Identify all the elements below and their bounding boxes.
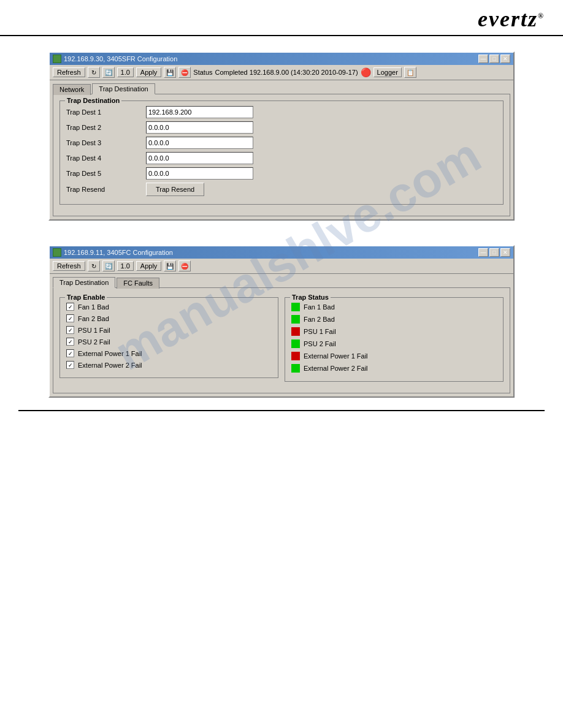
error-icon-1[interactable]: 🔴 [361, 67, 371, 77]
trap-enable-fan2-label: Fan 2 Bad [78, 315, 109, 322]
trap-dest-2-input[interactable] [146, 121, 253, 134]
refresh-button-2[interactable]: Refresh [53, 261, 85, 271]
tab-network[interactable]: Network [53, 84, 91, 95]
window-title-1: 192.168.9.30, 3405SFR Configuration [64, 55, 177, 63]
trap-status-col: Trap Status Fan 1 Bad Fan 2 Bad PSU 1 Fa… [285, 297, 504, 387]
trap-destination-group: Trap Destination Trap Dest 1 Trap Dest 2… [59, 100, 504, 205]
trap-status-ext1-indicator [291, 352, 300, 360]
version-button-2[interactable]: 1.0 [117, 261, 134, 271]
status-value-1: Completed 192.168.9.00 (14:30:20 2010-09… [215, 69, 358, 76]
trap-status-ext2-indicator [291, 364, 300, 373]
trap-dest-4-input[interactable] [146, 152, 253, 164]
trap-enable-title: Trap Enable [65, 294, 107, 301]
close-button-2[interactable]: ✕ [500, 248, 510, 257]
trap-status-psu1-indicator [291, 327, 300, 336]
titlebar-icon-2 [53, 248, 61, 257]
trap-dest-1-label: Trap Dest 1 [66, 108, 146, 116]
minimize-button-1[interactable]: — [478, 55, 488, 63]
tab-content-2: Trap Enable ✓ Fan 1 Bad ✓ Fan 2 Bad ✓ PS… [53, 287, 510, 393]
logo-reg: ® [538, 12, 545, 20]
group-title-trap: Trap Destination [65, 97, 121, 104]
trap-enable-ext2-check[interactable]: ✓ [66, 361, 74, 369]
logo: evertz® [478, 6, 545, 32]
trap-enable-psu2-check[interactable]: ✓ [66, 338, 74, 346]
tab-trap-destination-2[interactable]: Trap Destination [53, 277, 115, 288]
logger-icon-1[interactable]: 📋 [404, 67, 416, 78]
trap-dest-5-label: Trap Dest 5 [66, 170, 146, 177]
trap-enable-ext2-label: External Power 2 Fail [78, 362, 142, 369]
trap-enable-fan1-label: Fan 1 Bad [78, 303, 109, 311]
trap-enable-group: Trap Enable ✓ Fan 1 Bad ✓ Fan 2 Bad ✓ PS… [59, 297, 278, 378]
icon-btn-1a[interactable]: ↻ [88, 67, 100, 78]
trap-status-ext2-label: External Power 2 Fail [304, 365, 368, 372]
trap-enable-ext1-label: External Power 1 Fail [78, 350, 142, 357]
tab-fc-faults[interactable]: FC Faults [117, 278, 159, 289]
trap-enable-fan1-row: ✓ Fan 1 Bad [66, 303, 272, 311]
trap-enable-psu1-row: ✓ PSU 1 Fail [66, 326, 272, 334]
trap-dest-1-input[interactable] [146, 106, 253, 118]
titlebar-1: 192.168.9.30, 3405SFR Configuration — □ … [50, 53, 513, 65]
trap-dest-3-label: Trap Dest 3 [66, 139, 146, 146]
icon-btn-2a[interactable]: ↻ [88, 260, 100, 271]
tabs-row-1: Network Trap Destination [50, 80, 513, 94]
trap-dest-4-row: Trap Dest 4 [66, 152, 497, 164]
trap-dest-3-input[interactable] [146, 137, 253, 149]
trap-enable-ext1-check[interactable]: ✓ [66, 349, 74, 357]
version-button-1[interactable]: 1.0 [117, 67, 134, 77]
trap-dest-3-row: Trap Dest 3 [66, 137, 497, 149]
page-content: manualshlve.com 192.168.9.30, 3405SFR Co… [0, 42, 563, 423]
window-2: 192.168.9.11, 3405FC Configuration — □ ✕… [48, 245, 515, 398]
trap-enable-fan1-check[interactable]: ✓ [66, 303, 74, 311]
apply-button-2[interactable]: Apply [136, 261, 162, 271]
trap-enable-psu1-check[interactable]: ✓ [66, 326, 74, 334]
trap-dest-2-row: Trap Dest 2 [66, 121, 497, 134]
stop-icon-1[interactable]: ⛔ [178, 67, 191, 78]
trap-enable-psu2-row: ✓ PSU 2 Fail [66, 338, 272, 346]
trap-status-fan2-indicator [291, 315, 300, 324]
icon-btn-1b[interactable]: 🔄 [102, 67, 115, 78]
tab-trap-destination-1[interactable]: Trap Destination [92, 83, 155, 94]
titlebar-controls-2: — □ ✕ [478, 248, 510, 257]
trap-status-psu2-indicator [291, 339, 300, 348]
maximize-button-2[interactable]: □ [489, 248, 499, 257]
tabs-row-2: Trap Destination FC Faults [50, 274, 513, 287]
trap-status-fan2-row: Fan 2 Bad [291, 315, 497, 324]
trap-enable-ext2-row: ✓ External Power 2 Fail [66, 361, 272, 369]
trap-enable-psu1-label: PSU 1 Fail [78, 327, 110, 334]
save-icon-2[interactable]: 💾 [164, 260, 176, 271]
trap-status-psu2-row: PSU 2 Fail [291, 339, 497, 348]
titlebar-icon-1 [53, 55, 61, 63]
refresh-button-1[interactable]: Refresh [53, 67, 85, 77]
stop-icon-2[interactable]: ⛔ [178, 260, 191, 271]
trap-status-psu2-label: PSU 2 Fail [304, 340, 336, 347]
trap-status-group: Trap Status Fan 1 Bad Fan 2 Bad PSU 1 Fa… [285, 297, 504, 382]
trap-enable-col: Trap Enable ✓ Fan 1 Bad ✓ Fan 2 Bad ✓ PS… [59, 297, 278, 387]
close-button-1[interactable]: ✕ [500, 55, 510, 63]
minimize-button-2[interactable]: — [478, 248, 488, 257]
titlebar-left-2: 192.168.9.11, 3405FC Configuration [53, 248, 173, 257]
trap-resend-label: Trap Resend [66, 186, 146, 193]
trap-dest-5-input[interactable] [146, 167, 253, 180]
save-icon-1[interactable]: 💾 [164, 67, 176, 78]
apply-button-1[interactable]: Apply [136, 67, 162, 77]
logger-button-1[interactable]: Logger [373, 67, 402, 77]
logo-text: evertz [478, 7, 538, 31]
trap-status-ext1-label: External Power 1 Fail [304, 352, 368, 360]
trap-status-psu1-row: PSU 1 Fail [291, 327, 497, 336]
trap-dest-1-row: Trap Dest 1 [66, 106, 497, 118]
icon-btn-2b[interactable]: 🔄 [102, 260, 115, 271]
trap-enable-fan2-check[interactable]: ✓ [66, 314, 74, 322]
trap-dest-5-row: Trap Dest 5 [66, 167, 497, 180]
trap-enable-psu2-label: PSU 2 Fail [78, 338, 110, 346]
trap-resend-button[interactable]: Trap Resend [146, 183, 204, 196]
titlebar-2: 192.168.9.11, 3405FC Configuration — □ ✕ [50, 246, 513, 259]
trap-resend-row: Trap Resend Trap Resend [66, 183, 497, 196]
titlebar-left-1: 192.168.9.30, 3405SFR Configuration [53, 55, 177, 63]
maximize-button-1[interactable]: □ [489, 55, 499, 63]
trap-dest-4-label: Trap Dest 4 [66, 154, 146, 162]
trap-status-ext1-row: External Power 1 Fail [291, 352, 497, 360]
trap-status-title: Trap Status [290, 294, 331, 301]
trap-status-fan1-label: Fan 1 Bad [304, 303, 335, 311]
trap-enable-ext1-row: ✓ External Power 1 Fail [66, 349, 272, 357]
trap-status-fan2-label: Fan 2 Bad [304, 316, 335, 323]
